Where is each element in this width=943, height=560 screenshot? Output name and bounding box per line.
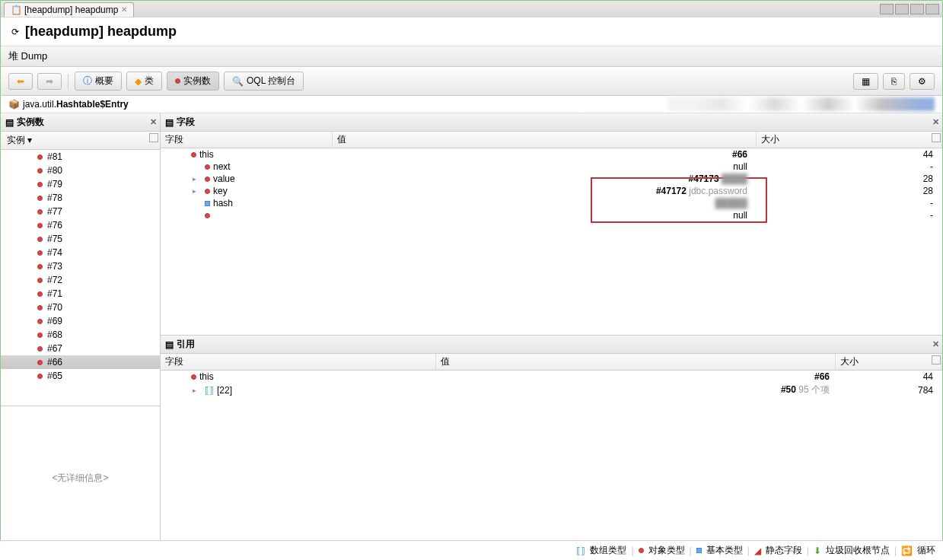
field-name-cell: this [161, 371, 336, 382]
tab-close-icon[interactable]: ✕ [121, 5, 127, 14]
breadcrumb-class[interactable]: java.util.Hashtable$Entry [23, 99, 129, 110]
column-menu-button[interactable] [932, 355, 941, 364]
nav-forward-button[interactable]: ➡ [37, 73, 62, 90]
classloader-icon [205, 213, 210, 218]
field-name-cell: this [161, 149, 336, 160]
column-menu-button[interactable] [932, 133, 941, 142]
win-next-button[interactable] [895, 4, 909, 14]
col-value[interactable]: 值 [333, 132, 757, 148]
instance-item[interactable]: #74 [1, 246, 160, 259]
title-bar: ⟳ [heapdump] heapdump [1, 18, 942, 46]
table-row[interactable]: hash █████- [161, 197, 942, 209]
gc-root-label: 垃圾回收根节点 [826, 544, 890, 557]
action-btn-2[interactable]: ⎘ [883, 73, 905, 90]
col-field[interactable]: 字段 [161, 354, 436, 370]
instance-item[interactable]: #78 [1, 191, 160, 205]
column-menu-button[interactable] [149, 133, 158, 142]
panel-close-icon[interactable]: ✕ [150, 117, 157, 127]
overview-label: 概要 [95, 75, 113, 88]
win-prev-button[interactable] [880, 4, 894, 14]
instance-icon [37, 346, 43, 352]
array-type-icon: ⟦⟧ [576, 546, 585, 556]
instance-id: #66 [47, 357, 62, 368]
panel-icon: ▤ [5, 117, 14, 128]
file-tab[interactable]: 📋 [heapdump] heapdump ✕ [4, 2, 134, 17]
instance-icon [37, 209, 43, 215]
instance-item[interactable]: #71 [1, 287, 160, 301]
window-controls [880, 4, 939, 14]
refs-table-body[interactable]: this#66 44▸⟦⟧[22]#50 95 个项784 [161, 371, 942, 550]
col-size[interactable]: 大小 [757, 132, 942, 148]
instance-item[interactable]: #73 [1, 259, 160, 273]
fields-panel-title: 字段 [177, 116, 195, 129]
separator [68, 74, 68, 89]
refresh-icon[interactable]: ⟳ [10, 27, 21, 37]
instance-item[interactable]: #68 [1, 328, 160, 342]
classes-button[interactable]: ◆类 [126, 72, 162, 91]
fields-table-body[interactable]: this#66 44next null-▸value#47173 ████28▸… [161, 148, 942, 335]
instance-icon [37, 223, 43, 228]
instance-icon [37, 291, 43, 297]
win-minimize-button[interactable] [910, 4, 924, 14]
panel-close-icon[interactable]: ✕ [932, 339, 939, 349]
overview-button[interactable]: ⓘ概要 [75, 72, 122, 91]
info-icon: ⓘ [83, 75, 92, 88]
oql-button[interactable]: 🔍OQL 控制台 [224, 72, 304, 91]
instance-icon [37, 168, 43, 173]
col-field[interactable]: 字段 [161, 132, 333, 148]
references-panel-header: ▤ 引用 ✕ [161, 336, 942, 354]
field-size-cell: - [753, 161, 942, 172]
panel-close-icon[interactable]: ✕ [932, 117, 939, 127]
instances-col[interactable]: 实例 ▾ [4, 133, 35, 148]
field-size-cell: - [753, 210, 942, 221]
action-btn-3[interactable]: ⚙ [910, 73, 935, 90]
col-value[interactable]: 值 [436, 354, 836, 370]
object-icon [205, 177, 210, 182]
table-row[interactable]: next null- [161, 161, 942, 173]
instance-item[interactable]: #67 [1, 342, 160, 355]
instance-icon [37, 264, 43, 269]
instance-item[interactable]: #69 [1, 314, 160, 328]
nav-back-button[interactable]: ⬅ [8, 73, 33, 90]
instance-item[interactable]: #66 [1, 355, 160, 369]
win-maximize-button[interactable] [925, 4, 939, 14]
table-row[interactable]: null- [161, 209, 942, 221]
instance-list[interactable]: #81#80#79#78#77#76#75#74#73#72#71#70#69#… [1, 150, 160, 406]
instances-button[interactable]: 实例数 [167, 72, 219, 91]
field-name-cell: next [161, 161, 336, 172]
instance-item[interactable]: #76 [1, 218, 160, 232]
instance-id: #77 [47, 206, 62, 217]
expand-icon[interactable]: ▸ [193, 175, 200, 183]
table-row[interactable]: ▸key#47172 jdbc.password28 [161, 185, 942, 197]
instance-item[interactable]: #70 [1, 301, 160, 314]
instance-id: #75 [47, 234, 62, 244]
table-row[interactable]: this#66 44 [161, 371, 942, 383]
field-value-cell: #47173 ████ [336, 173, 753, 184]
loop-label: 循环 [917, 544, 935, 557]
instance-item[interactable]: #72 [1, 273, 160, 287]
toolbar: ⬅ ➡ ⓘ概要 ◆类 实例数 🔍OQL 控制台 ▦ ⎘ ⚙ [1, 67, 942, 96]
table-row[interactable]: ▸value#47173 ████28 [161, 173, 942, 185]
detail-panel: <无详细信息> [1, 406, 160, 550]
references-panel: ▤ 引用 ✕ 字段 值 大小 this#66 44▸⟦⟧[22]#50 95 个… [161, 336, 942, 550]
expand-icon[interactable]: ▸ [193, 387, 200, 394]
instance-item[interactable]: #77 [1, 205, 160, 218]
col-size[interactable]: 大小 [836, 354, 942, 370]
instance-item[interactable]: #65 [1, 369, 160, 383]
instance-id: #67 [47, 343, 62, 354]
table-row[interactable]: ▸⟦⟧[22]#50 95 个项784 [161, 383, 942, 397]
action-btn-1[interactable]: ▦ [853, 73, 878, 90]
instance-icon [37, 278, 43, 283]
instance-item[interactable]: #80 [1, 164, 160, 177]
arrow-right-icon: ➡ [46, 76, 53, 87]
instances-label: 实例数 [183, 75, 211, 88]
expand-icon[interactable]: ▸ [193, 187, 200, 195]
static-field-icon: ◢ [754, 546, 761, 556]
field-value-cell: █████ [336, 198, 753, 208]
tab-bar: 📋 [heapdump] heapdump ✕ [1, 1, 942, 18]
instance-item[interactable]: #81 [1, 150, 160, 164]
instance-icon [37, 332, 43, 338]
table-row[interactable]: this#66 44 [161, 148, 942, 161]
instance-item[interactable]: #75 [1, 232, 160, 246]
instance-item[interactable]: #79 [1, 177, 160, 191]
